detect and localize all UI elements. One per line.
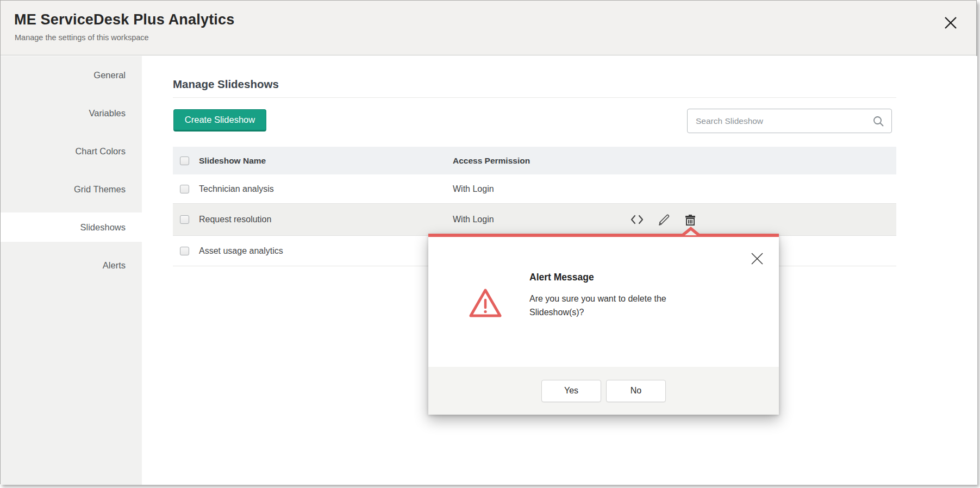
close-icon[interactable] (942, 15, 959, 31)
table-row[interactable]: Technician analysis With Login (173, 174, 896, 204)
dialog-message-line1: Are you sure you want to delete the (529, 294, 666, 303)
heading-divider (173, 97, 896, 98)
dialog-caret-inner (685, 230, 697, 235)
settings-sidebar: General Variables Chart Colors Grid Them… (1, 56, 142, 485)
yes-button[interactable]: Yes (541, 380, 601, 402)
search-input[interactable] (688, 109, 891, 133)
column-header-access: Access Permission (453, 156, 530, 166)
select-all-checkbox[interactable] (180, 157, 189, 165)
page-title: Manage Slideshows (173, 78, 279, 91)
row-checkbox[interactable] (180, 247, 189, 255)
row-checkbox[interactable] (180, 215, 189, 224)
table-row-hovered[interactable]: Request resolution With Login (173, 204, 896, 236)
sidebar-item-slideshows[interactable]: Slideshows (1, 212, 142, 242)
search-box (687, 109, 892, 133)
sidebar-item-grid-themes[interactable]: Grid Themes (1, 174, 142, 204)
sidebar-item-label: Slideshows (80, 222, 126, 233)
dialog-footer: Yes No (428, 367, 779, 415)
dialog-title: Alert Message (529, 272, 594, 283)
access-permission: With Login (453, 215, 494, 224)
edit-icon[interactable] (656, 212, 671, 227)
settings-window: ME ServiceDesk Plus Analytics Manage the… (0, 0, 977, 484)
sidebar-item-alerts[interactable]: Alerts (1, 251, 142, 280)
delete-icon[interactable] (683, 212, 698, 227)
window-header: ME ServiceDesk Plus Analytics Manage the… (1, 1, 976, 55)
sidebar-item-general[interactable]: General (1, 60, 142, 90)
slideshow-name: Request resolution (199, 215, 271, 224)
sidebar-item-label: Grid Themes (74, 184, 126, 195)
window-title: ME ServiceDesk Plus Analytics (14, 11, 235, 28)
embed-code-icon[interactable] (629, 212, 645, 227)
table-header-row: Slideshow Name Access Permission (173, 147, 896, 174)
access-permission: With Login (453, 184, 494, 194)
sidebar-item-chart-colors[interactable]: Chart Colors (1, 136, 142, 166)
row-checkbox[interactable] (180, 185, 189, 193)
slideshow-name: Asset usage analytics (199, 246, 283, 256)
sidebar-item-label: Chart Colors (75, 146, 126, 157)
sidebar-item-variables[interactable]: Variables (1, 98, 142, 128)
column-header-name: Slideshow Name (199, 156, 266, 166)
slideshow-name: Technician analysis (199, 184, 274, 194)
sidebar-item-label: Alerts (103, 260, 126, 271)
create-slideshow-button[interactable]: Create Slideshow (173, 109, 266, 132)
warning-triangle-icon (467, 285, 503, 323)
search-icon[interactable] (872, 115, 885, 128)
delete-confirm-dialog: Alert Message Are you sure you want to d… (428, 234, 779, 415)
dialog-close-icon[interactable] (750, 251, 765, 266)
sidebar-item-label: Variables (89, 108, 126, 118)
dialog-message: Are you sure you want to delete the Slid… (529, 292, 709, 319)
window-subtitle: Manage the settings of this workspace (15, 33, 149, 42)
sidebar-item-label: General (93, 70, 126, 80)
dialog-message-line2: Slideshow(s)? (529, 308, 584, 317)
no-button[interactable]: No (606, 380, 666, 402)
dialog-accent-bar (428, 234, 779, 237)
